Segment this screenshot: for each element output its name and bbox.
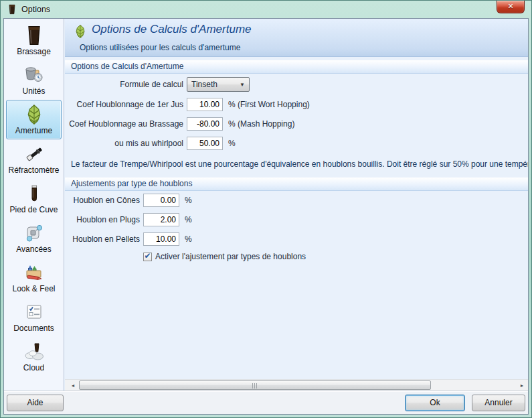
- dialog-body: Brassage Unités Amertume Réfractomètre P: [4, 19, 528, 391]
- plugs-label: Houblon en Plugs: [65, 215, 140, 224]
- scroll-right-icon: ►: [520, 383, 525, 388]
- app-beer-glass-icon: [7, 4, 17, 15]
- cloud-beer-icon: [23, 341, 45, 362]
- sidebar-item-pied-de-cuve[interactable]: Pied de Cuve: [6, 179, 62, 218]
- cones-input[interactable]: [143, 194, 179, 207]
- fwh-label: Coef Houblonnage de 1er Jus: [65, 100, 183, 109]
- scroll-right-button[interactable]: ►: [517, 380, 527, 391]
- plugs-input[interactable]: [143, 213, 179, 226]
- cancel-button[interactable]: Annuler: [472, 395, 525, 411]
- titlebar[interactable]: Options ✕: [1, 1, 531, 18]
- sidebar-item-label: Documents: [13, 324, 54, 333]
- page-header: Options de Calculs d'Amertume Options ut…: [65, 19, 528, 57]
- page-subtitle: Options utilisées pour les calculs d'ame…: [80, 43, 240, 52]
- sidebar-item-label: Brassage: [17, 47, 51, 56]
- pellets-input[interactable]: [143, 232, 179, 246]
- help-button[interactable]: Aide: [7, 395, 64, 411]
- whirlpool-suffix: %: [228, 139, 236, 148]
- close-button[interactable]: ✕: [497, 1, 525, 13]
- sidebar-item-avancees[interactable]: Avancées: [6, 218, 62, 258]
- fwh-suffix: % (First Wort Hopping): [228, 100, 310, 109]
- fwh-input[interactable]: [187, 98, 223, 111]
- whirlpool-input[interactable]: [187, 137, 223, 150]
- formula-select[interactable]: Tinseth ▼: [187, 77, 250, 92]
- crayons-icon: [23, 262, 45, 283]
- pellets-suffix: %: [185, 234, 192, 244]
- sidebar-item-look-and-feel[interactable]: Look & Feel: [6, 258, 62, 297]
- formula-label: Formule de calcul: [65, 80, 183, 89]
- hop-cone-icon: [23, 104, 45, 125]
- hop-cone-icon: [73, 23, 88, 40]
- sidebar-item-documents[interactable]: Documents: [6, 297, 62, 337]
- mash-input[interactable]: [187, 117, 223, 131]
- vial-icon: [23, 183, 45, 204]
- cones-label: Houblon en Cônes: [65, 196, 140, 205]
- whirlpool-note: Le facteur de Trempe/Whirlpool est une p…: [71, 159, 528, 169]
- chevron-down-icon: ▼: [240, 82, 245, 88]
- mash-suffix: % (Mash Hopping): [228, 119, 294, 129]
- whirlpool-label: ou mis au whirlpool: [65, 139, 183, 148]
- sidebar-item-refractometre[interactable]: Réfractomètre: [6, 139, 62, 179]
- document-check-icon: [23, 301, 45, 323]
- category-sidebar: Brassage Unités Amertume Réfractomètre P: [4, 19, 64, 391]
- advanced-pad-icon: [23, 222, 45, 244]
- mash-label: Coef Houblonnage au Brassage: [65, 119, 183, 129]
- window-title: Options: [21, 5, 50, 14]
- cones-suffix: %: [185, 196, 192, 205]
- sidebar-item-cloud[interactable]: Cloud: [6, 337, 62, 376]
- options-form: Options de Calculs d'Amertume Formule de…: [65, 58, 528, 379]
- sidebar-item-unites[interactable]: Unités: [6, 60, 62, 100]
- plugs-suffix: %: [185, 215, 192, 224]
- hop-adjust-checkbox-label: Activer l'ajustement par types de houblo…: [155, 252, 306, 261]
- main-panel: Options de Calculs d'Amertume Options ut…: [65, 19, 528, 391]
- scrollbar-thumb[interactable]: [79, 380, 431, 390]
- beer-glass-icon: [23, 25, 45, 46]
- options-window: Options ✕ Brassage Unités Amertume: [0, 0, 532, 418]
- scroll-left-icon: ◄: [71, 383, 76, 388]
- ok-button[interactable]: Ok: [405, 395, 465, 411]
- sidebar-item-amertume[interactable]: Amertume: [6, 100, 62, 139]
- check-icon: ✔: [144, 253, 151, 259]
- sidebar-item-label: Cloud: [23, 363, 44, 372]
- scroll-left-button[interactable]: ◄: [68, 380, 78, 391]
- close-icon: ✕: [507, 2, 513, 10]
- pellets-label: Houblon en Pellets: [65, 234, 140, 244]
- sidebar-item-label: Look & Feel: [12, 284, 55, 293]
- sidebar-item-label: Unités: [22, 86, 45, 96]
- sidebar-item-label: Amertume: [15, 126, 52, 135]
- section-header-hop-types: Ajustements par type de houblons: [65, 178, 528, 191]
- hop-adjust-checkbox[interactable]: ✔: [143, 253, 152, 261]
- formula-selected-value: Tinseth: [191, 80, 217, 89]
- horizontal-scrollbar[interactable]: ◄ ►: [65, 379, 528, 391]
- sidebar-item-brassage[interactable]: Brassage: [6, 21, 62, 60]
- dialog-footer: Aide Ok Annuler: [4, 391, 528, 414]
- sidebar-item-label: Réfractomètre: [8, 165, 59, 175]
- sidebar-item-label: Avancées: [16, 245, 51, 254]
- units-bucket-clock-icon: [23, 64, 45, 86]
- page-title: Options de Calculs d'Amertume: [92, 23, 252, 36]
- sidebar-item-label: Pied de Cuve: [9, 205, 58, 214]
- section-header-bitterness: Options de Calculs d'Amertume: [65, 60, 528, 74]
- refractometer-icon: [23, 143, 45, 165]
- options-dialog: Brassage Unités Amertume Réfractomètre P: [3, 18, 529, 415]
